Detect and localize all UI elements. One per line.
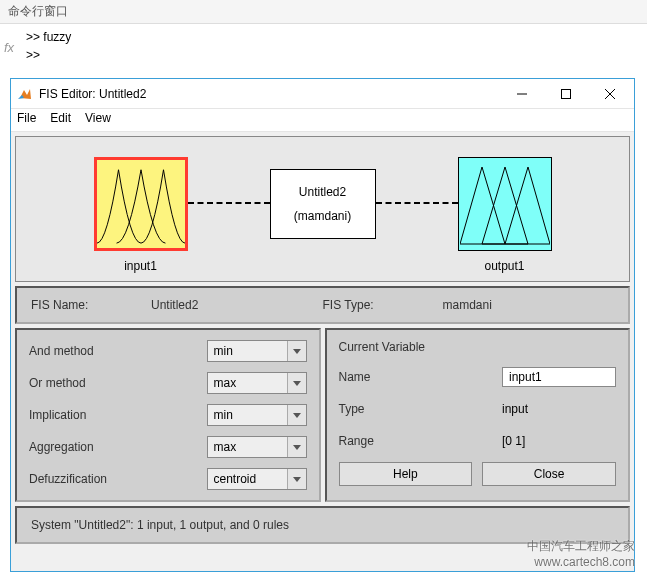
- and-method-dropdown[interactable]: min: [207, 340, 307, 362]
- var-type-value: input: [502, 402, 616, 416]
- or-method-dropdown[interactable]: max: [207, 372, 307, 394]
- command-area[interactable]: >> fuzzy >>: [0, 24, 647, 68]
- current-variable-heading: Current Variable: [339, 340, 617, 354]
- close-button[interactable]: [588, 80, 632, 108]
- aggregation-dropdown[interactable]: max: [207, 436, 307, 458]
- methods-panel: And method min Or method max Implication…: [15, 328, 321, 502]
- fis-type-label: FIS Type:: [323, 298, 443, 312]
- help-button[interactable]: Help: [339, 462, 473, 486]
- var-name-field[interactable]: input1: [502, 367, 616, 387]
- input-variable-block[interactable]: [94, 157, 188, 251]
- membership-icon: [460, 159, 550, 249]
- svg-rect-1: [562, 89, 571, 98]
- titlebar[interactable]: FIS Editor: Untitled2: [11, 79, 634, 109]
- var-type-label: Type: [339, 402, 503, 416]
- fis-info-panel: FIS Name: Untitled2 FIS Type: mamdani: [15, 286, 630, 324]
- output-label: output1: [484, 259, 524, 273]
- current-variable-panel: Current Variable Name input1 Type input …: [325, 328, 631, 502]
- close-button[interactable]: Close: [482, 462, 616, 486]
- chevron-down-icon: [293, 413, 301, 418]
- command-prompt: >>: [26, 46, 647, 64]
- fis-name-label: FIS Name:: [31, 298, 151, 312]
- implication-label: Implication: [29, 408, 207, 422]
- chevron-down-icon: [293, 349, 301, 354]
- fis-type-value: mamdani: [443, 298, 492, 312]
- and-method-label: And method: [29, 344, 207, 358]
- rule-block[interactable]: Untitled2 (mamdani): [270, 169, 376, 239]
- fis-diagram: input1 Untitled2 (mamdani): [15, 136, 630, 282]
- chevron-down-icon: [293, 381, 301, 386]
- menu-edit[interactable]: Edit: [50, 111, 71, 125]
- or-method-label: Or method: [29, 376, 207, 390]
- chevron-down-icon: [293, 477, 301, 482]
- fx-icon[interactable]: fx: [4, 40, 14, 55]
- var-name-label: Name: [339, 370, 503, 384]
- maximize-button[interactable]: [544, 80, 588, 108]
- input-label: input1: [124, 259, 157, 273]
- connector-line: [188, 202, 270, 204]
- aggregation-label: Aggregation: [29, 440, 207, 454]
- output-variable-block[interactable]: [458, 157, 552, 251]
- command-line: >> fuzzy: [26, 28, 647, 46]
- connector-line: [376, 202, 458, 204]
- menubar: File Edit View: [11, 109, 634, 132]
- defuzzification-dropdown[interactable]: centroid: [207, 468, 307, 490]
- watermark: 中国汽车工程师之家 www.cartech8.com: [527, 538, 635, 570]
- window-title: FIS Editor: Untitled2: [39, 87, 500, 101]
- system-name: Untitled2: [299, 185, 346, 199]
- command-window-title: 命令行窗口: [0, 0, 647, 24]
- system-type: (mamdani): [294, 209, 351, 223]
- menu-view[interactable]: View: [85, 111, 111, 125]
- chevron-down-icon: [293, 445, 301, 450]
- implication-dropdown[interactable]: min: [207, 404, 307, 426]
- var-range-label: Range: [339, 434, 503, 448]
- fis-editor-window: FIS Editor: Untitled2 File Edit View inp…: [10, 78, 635, 572]
- matlab-icon: [17, 86, 33, 102]
- var-range-value: [0 1]: [502, 434, 616, 448]
- defuzzification-label: Defuzzification: [29, 472, 207, 486]
- fis-name-value: Untitled2: [151, 298, 198, 312]
- minimize-button[interactable]: [500, 80, 544, 108]
- menu-file[interactable]: File: [17, 111, 36, 125]
- membership-icon: [97, 159, 185, 249]
